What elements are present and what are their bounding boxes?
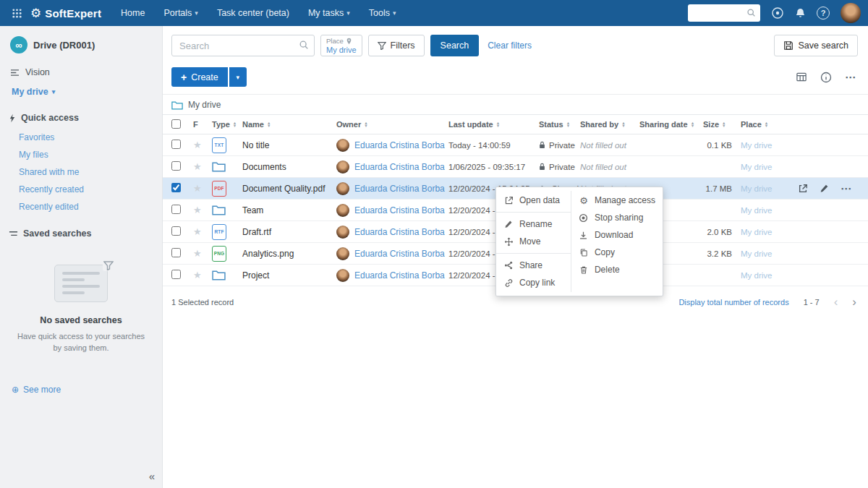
header-place[interactable]: Place▲▼ <box>736 120 784 129</box>
menu-item-download[interactable]: Download <box>571 226 663 244</box>
favorite-star-icon[interactable]: ★ <box>193 205 202 215</box>
clear-filters-link[interactable]: Clear filters <box>488 40 532 51</box>
user-avatar[interactable] <box>841 3 861 23</box>
file-name[interactable]: No title <box>242 140 336 150</box>
menu-item-share[interactable]: Share <box>496 257 571 274</box>
see-more-link[interactable]: ⊕ See more <box>0 354 162 395</box>
display-total-link[interactable]: Display total number of records <box>678 298 788 307</box>
row-checkbox[interactable] <box>171 205 181 214</box>
menu-item-manage-access[interactable]: ⚙ Manage access <box>571 192 663 209</box>
nav-task-center[interactable]: Task center (beta) <box>208 0 299 26</box>
file-place[interactable]: My drive <box>736 206 784 215</box>
create-button[interactable]: + Create <box>171 67 228 87</box>
open-external-icon[interactable] <box>798 184 808 194</box>
owner-name[interactable]: Eduarda Cristina Borba <box>354 270 445 281</box>
table-view-icon[interactable] <box>796 72 807 82</box>
header-favorite[interactable]: F <box>193 120 212 129</box>
favorite-star-icon[interactable]: ★ <box>193 183 202 194</box>
owner-name[interactable]: Eduarda Cristina Borba <box>354 184 445 194</box>
row-checkbox[interactable] <box>171 140 181 149</box>
menu-item-open-data[interactable]: Open data <box>496 192 571 209</box>
bell-icon[interactable] <box>795 7 806 19</box>
header-owner-label: Owner <box>336 120 361 129</box>
header-status[interactable]: Status▲▼ <box>539 120 580 129</box>
owner-name[interactable]: Eduarda Cristina Borba <box>354 205 445 215</box>
sidebar-link-my-files[interactable]: My files <box>0 146 162 163</box>
row-checkbox[interactable] <box>171 161 181 171</box>
menu-item-rename[interactable]: Rename <box>496 215 571 233</box>
quick-access-header[interactable]: Quick access <box>0 104 162 129</box>
file-name[interactable]: Project <box>242 270 336 281</box>
next-page-icon[interactable]: › <box>852 296 856 308</box>
help-icon[interactable]: ? <box>817 7 830 20</box>
favorite-star-icon[interactable]: ★ <box>193 270 202 281</box>
header-owner[interactable]: Owner▲▼ <box>336 120 448 129</box>
file-place[interactable]: My drive <box>736 228 784 236</box>
select-all-checkbox[interactable] <box>171 119 181 129</box>
file-name[interactable]: Draft.rtf <box>242 227 336 237</box>
more-options-icon[interactable]: ⋯ <box>845 72 856 82</box>
search-button[interactable]: Search <box>430 35 480 56</box>
file-place[interactable]: My drive <box>736 163 784 171</box>
owner-name[interactable]: Eduarda Cristina Borba <box>354 249 445 259</box>
favorite-star-icon[interactable]: ★ <box>193 161 202 172</box>
sidebar-link-shared-with-me[interactable]: Shared with me <box>0 163 162 181</box>
edit-pencil-icon[interactable] <box>820 184 829 193</box>
row-checkbox[interactable] <box>171 183 181 192</box>
file-place[interactable]: My drive <box>736 271 784 280</box>
file-place[interactable]: My drive <box>736 141 784 150</box>
sidebar-link-recently-edited[interactable]: Recently edited <box>0 198 162 215</box>
sidebar-item-vision[interactable]: Vision <box>0 62 162 82</box>
nav-tools[interactable]: Tools▾ <box>359 0 406 26</box>
info-icon[interactable] <box>820 72 832 83</box>
menu-item-delete[interactable]: Delete <box>571 261 663 278</box>
file-name[interactable]: Analytics.png <box>242 249 336 259</box>
owner-name[interactable]: Eduarda Cristina Borba <box>354 162 445 172</box>
file-name[interactable]: Team <box>242 205 336 215</box>
file-name[interactable]: Document Quality.pdf <box>242 184 336 194</box>
menu-item-move[interactable]: Move <box>496 233 571 250</box>
sort-arrows-icon: ▲▼ <box>691 121 694 127</box>
owner-name[interactable]: Eduarda Cristina Borba <box>354 140 445 150</box>
header-size[interactable]: Size▲▼ <box>703 120 736 129</box>
sidebar-item-my-drive[interactable]: My drive ▾ <box>0 82 162 104</box>
row-checkbox[interactable] <box>171 226 181 236</box>
header-type[interactable]: Type▲▼ <box>212 120 242 129</box>
table-row[interactable]: ★ TXT No title Eduarda Cristina Borba To… <box>163 134 868 156</box>
softexpert-logo[interactable]: ⚙ SoftExpert <box>30 7 101 20</box>
favorite-star-icon[interactable]: ★ <box>193 248 202 259</box>
favorite-star-icon[interactable]: ★ <box>193 140 202 150</box>
saved-searches-header[interactable]: Saved searches <box>0 220 162 244</box>
place-filter-chip[interactable]: Place My drive <box>320 35 362 56</box>
header-shared-by[interactable]: Shared by▲▼ <box>580 120 639 129</box>
nav-my-tasks[interactable]: My tasks▾ <box>299 0 359 26</box>
header-last-update[interactable]: Last update▲▼ <box>448 120 539 129</box>
file-name[interactable]: Documents <box>242 162 336 172</box>
table-row[interactable]: ★ Documents Eduarda Cristina Borba 1/06/… <box>163 156 868 178</box>
menu-item-copy-link[interactable]: Copy link <box>496 274 571 291</box>
sidebar-collapse-icon[interactable]: « <box>149 470 155 482</box>
sidebar-link-recently-created[interactable]: Recently created <box>0 181 162 198</box>
header-name[interactable]: Name▲▼ <box>242 120 336 129</box>
search-input[interactable] <box>171 35 315 56</box>
breadcrumb-label[interactable]: My drive <box>188 100 221 110</box>
save-search-button[interactable]: Save search <box>774 35 858 56</box>
previous-page-icon[interactable]: ‹ <box>834 296 838 308</box>
menu-item-copy[interactable]: Copy <box>571 244 663 261</box>
row-more-options-icon[interactable]: ⋯ <box>841 183 852 194</box>
file-place[interactable]: My drive <box>736 249 784 258</box>
favorite-star-icon[interactable]: ★ <box>193 226 202 237</box>
apps-grid-icon[interactable] <box>6 3 27 23</box>
header-sharing-date[interactable]: Sharing date▲▼ <box>639 120 703 129</box>
nav-home[interactable]: Home <box>111 0 154 26</box>
row-checkbox[interactable] <box>171 270 181 279</box>
create-dropdown-button[interactable]: ▾ <box>229 67 247 87</box>
nav-portals[interactable]: Portals▾ <box>154 0 207 26</box>
filters-button[interactable]: Filters <box>368 35 425 56</box>
menu-item-stop-sharing[interactable]: Stop sharing <box>571 209 663 226</box>
row-checkbox[interactable] <box>171 248 181 257</box>
owner-name[interactable]: Eduarda Cristina Borba <box>354 227 445 237</box>
sidebar-link-favorites[interactable]: Favorites <box>0 129 162 146</box>
target-icon[interactable] <box>771 7 784 20</box>
file-place[interactable]: My drive <box>736 184 784 193</box>
